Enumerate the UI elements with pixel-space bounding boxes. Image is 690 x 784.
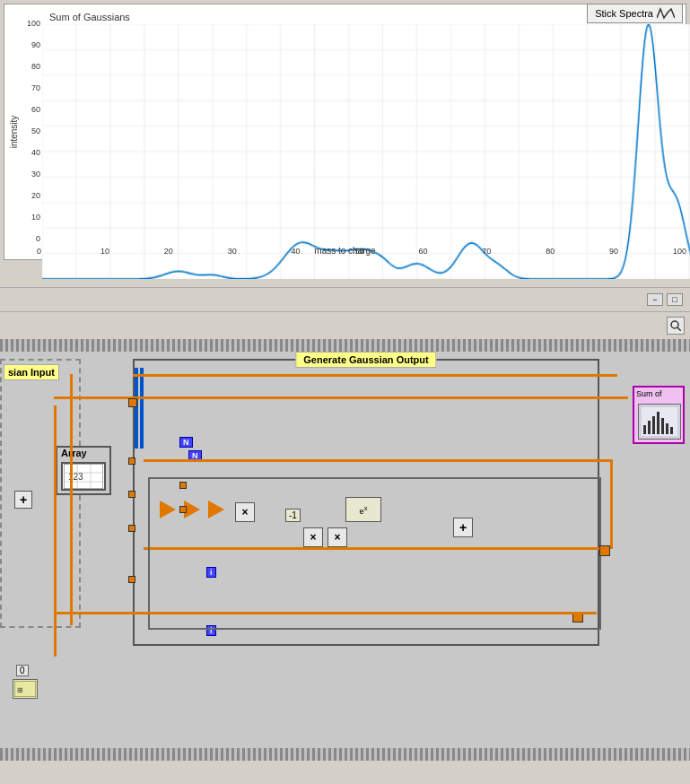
array-label: Array (61, 448, 87, 458)
connector-3 (128, 457, 135, 465)
stick-spectra-button[interactable]: Stick Spectra (587, 4, 683, 23)
y-tick-label: 0 (36, 234, 40, 243)
orange-wire-loop-right (610, 459, 613, 549)
small-block-bottom[interactable]: ⊞ (13, 679, 38, 699)
y-tick-label: 10 (31, 213, 40, 222)
y-tick-label: 50 (31, 126, 40, 135)
svg-rect-7 (661, 418, 664, 434)
orange-wire-bottom (54, 612, 597, 614)
x-tick-label: 40 (292, 247, 301, 256)
sum-of-block[interactable]: Sum of (633, 386, 685, 444)
x-tick-label: 0 (37, 247, 41, 256)
y-tick-label: 90 (31, 40, 40, 49)
array-block[interactable]: Array 123 (56, 446, 111, 495)
diagram-content: sian Input Generate Gaussian Output Sum … (0, 352, 690, 748)
chart-panel: Stick Spectra Sum of Gaussians intensity… (0, 0, 690, 287)
small-block-icon: ⊞ (14, 681, 36, 697)
svg-point-0 (671, 321, 678, 328)
y-tick-label: 20 (31, 191, 40, 200)
x-tick-label: 50 (355, 247, 364, 256)
x-axis-label: mass to charge (314, 246, 375, 256)
connector-5 (128, 525, 135, 532)
array-inner: 123 (61, 462, 106, 491)
x-tick-label: 90 (609, 247, 618, 256)
plus-block-left[interactable]: + (14, 491, 32, 509)
connector-6 (128, 576, 135, 583)
sum-inner-display (638, 404, 681, 440)
x-tick-label: 20 (164, 247, 173, 256)
sian-input-label: sian Input (4, 364, 59, 380)
svg-line-1 (677, 327, 681, 331)
x-tick-label: 10 (100, 247, 109, 256)
inner-loop (148, 477, 601, 630)
search-icon (670, 320, 681, 331)
loop-connector-right (599, 545, 610, 556)
svg-rect-3 (643, 425, 646, 434)
y-tick-label: 30 (31, 170, 40, 179)
sum-label: Sum of (636, 389, 662, 398)
y-tick-label: 80 (31, 62, 40, 71)
x-tick-label: 100 (673, 247, 686, 256)
orange-wire-top (133, 374, 617, 377)
svg-text:⊞: ⊞ (17, 686, 23, 694)
chart-title: Sum of Gaussians (49, 12, 130, 22)
search-button[interactable] (667, 317, 685, 335)
diagram-panel: sian Input Generate Gaussian Output Sum … (0, 339, 690, 761)
x-tick-label: 80 (546, 247, 555, 256)
sum-chart-icon (642, 407, 677, 436)
orange-wire-loop-top (144, 459, 610, 462)
n-label-1: N (179, 437, 193, 448)
x-tick-label: 70 (482, 247, 491, 256)
search-bar (0, 312, 690, 339)
gen-connector-1 (179, 482, 187, 489)
y-axis-label: intensity (9, 116, 19, 149)
maximize-button[interactable]: □ (667, 293, 683, 306)
y-tick-label: 40 (31, 148, 40, 157)
diagram-border-top (0, 339, 690, 352)
orange-wire-vert-left-1 (54, 405, 57, 657)
orange-wire-vert-left-2 (70, 374, 73, 625)
chart-canvas (42, 24, 690, 279)
y-tick-label: 60 (31, 105, 40, 114)
spectra-icon (657, 7, 675, 20)
y-tick-label: 100 (27, 19, 40, 28)
svg-rect-8 (666, 423, 668, 434)
blue-wire-vertical-2 (140, 368, 144, 449)
x-tick-label: 30 (228, 247, 237, 256)
y-tick-label: 70 (31, 83, 40, 92)
orange-wire-mid (54, 396, 628, 399)
minimize-button[interactable]: − (647, 293, 663, 306)
divider-bar: − □ (0, 287, 690, 312)
blue-wire-vertical-1 (135, 368, 138, 449)
zero-label: 0 (16, 665, 29, 676)
diagram-border-bottom (0, 748, 690, 761)
connector-4 (128, 491, 135, 498)
svg-rect-6 (657, 412, 659, 434)
chart-area: Sum of Gaussians intensity mass to charg… (4, 4, 686, 260)
generate-label: Generate Gaussian Output (295, 352, 436, 368)
svg-rect-4 (648, 421, 651, 434)
gen-connector-2 (179, 506, 187, 513)
x-tick-label: 60 (418, 247, 427, 256)
connector-2 (128, 398, 137, 407)
svg-rect-5 (652, 416, 655, 434)
stick-spectra-label: Stick Spectra (595, 8, 653, 19)
svg-rect-9 (670, 427, 673, 434)
